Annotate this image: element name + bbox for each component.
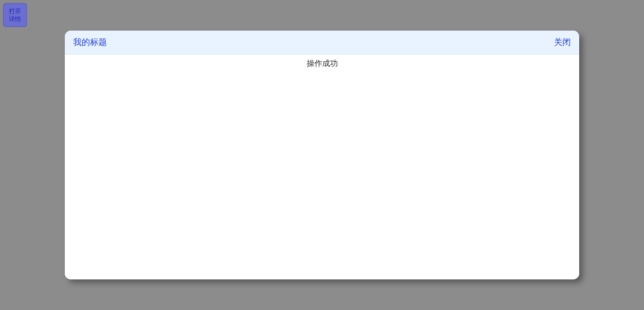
close-button[interactable]: 关闭 [554, 37, 571, 48]
open-button-line2: 详情 [9, 15, 21, 23]
open-button-line1: 打开 [9, 7, 21, 15]
modal-body: 操作成功 [65, 55, 579, 279]
modal-message: 操作成功 [65, 58, 579, 69]
modal-title: 我的标题 [73, 37, 107, 48]
open-details-button[interactable]: 打开 详情 [3, 3, 27, 27]
modal-header: 我的标题 关闭 [65, 31, 579, 55]
modal-dialog: 我的标题 关闭 操作成功 [65, 31, 579, 279]
